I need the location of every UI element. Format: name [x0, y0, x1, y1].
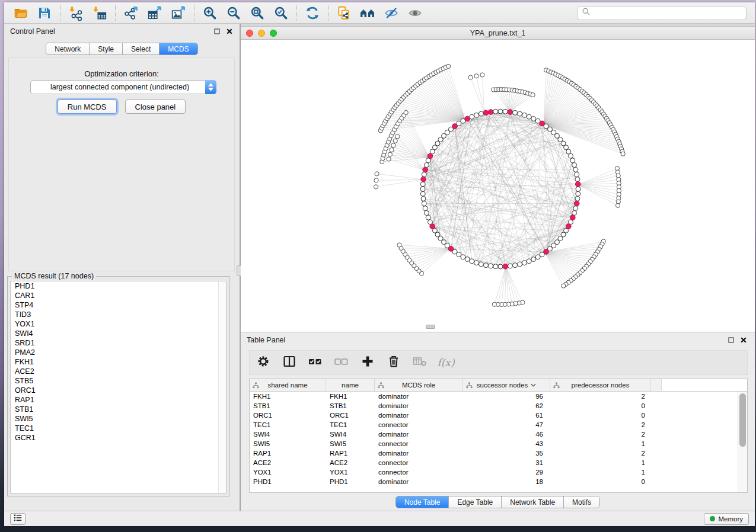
- network-node[interactable]: [621, 152, 625, 156]
- network-node[interactable]: [468, 75, 473, 79]
- list-item[interactable]: PMA2: [11, 348, 226, 357]
- search-field[interactable]: [577, 6, 747, 20]
- network-hub-node[interactable]: [483, 110, 489, 116]
- first-neighbors-button[interactable]: [356, 4, 379, 22]
- network-hub-node[interactable]: [503, 264, 508, 269]
- mcds-result-list[interactable]: PHD1CAR1STP4TID3YOX1SWI4SRD1PMA2FKH1ACE2…: [10, 281, 227, 493]
- table-row[interactable]: PHD1PHD1dominator180: [250, 477, 747, 486]
- table-row[interactable]: SWI4SWI4dominator462: [250, 430, 747, 439]
- network-node[interactable]: [535, 255, 540, 259]
- run-mcds-button[interactable]: Run MCDS: [58, 100, 117, 114]
- network-node[interactable]: [423, 206, 428, 211]
- tab-select[interactable]: Select: [123, 43, 160, 55]
- network-node[interactable]: [426, 215, 430, 220]
- network-node[interactable]: [531, 116, 536, 121]
- network-node[interactable]: [522, 113, 527, 117]
- list-item[interactable]: STB1: [11, 405, 226, 414]
- network-node[interactable]: [518, 111, 522, 116]
- list-item[interactable]: GCR1: [11, 433, 226, 443]
- network-node[interactable]: [430, 149, 435, 154]
- network-node[interactable]: [421, 196, 426, 201]
- zoom-out-button[interactable]: [222, 4, 245, 22]
- network-node[interactable]: [503, 109, 508, 114]
- network-node[interactable]: [474, 261, 479, 265]
- save-session-button[interactable]: [33, 4, 56, 22]
- table-row[interactable]: STB1STB1dominator620: [250, 401, 747, 411]
- network-node[interactable]: [404, 110, 408, 114]
- network-node[interactable]: [479, 262, 483, 267]
- network-node[interactable]: [498, 264, 503, 269]
- list-item[interactable]: RAP1: [11, 395, 226, 405]
- list-item[interactable]: SWI4: [11, 329, 226, 338]
- network-node[interactable]: [428, 220, 432, 225]
- network-hub-node[interactable]: [575, 181, 580, 187]
- network-node[interactable]: [540, 252, 544, 257]
- network-node[interactable]: [374, 185, 378, 189]
- list-item[interactable]: ORC1: [11, 386, 226, 395]
- network-node[interactable]: [393, 139, 397, 143]
- network-node[interactable]: [518, 262, 522, 267]
- network-canvas[interactable]: [241, 40, 755, 332]
- deselect-all-button[interactable]: [333, 354, 350, 371]
- network-window-titlebar[interactable]: YPA_prune.txt_1: [241, 27, 755, 40]
- network-node[interactable]: [513, 110, 518, 115]
- network-node[interactable]: [527, 114, 531, 119]
- network-node[interactable]: [573, 167, 578, 172]
- delete-column-button[interactable]: [385, 354, 403, 371]
- network-hub-node[interactable]: [465, 116, 470, 121]
- select-all-button[interactable]: [307, 354, 324, 371]
- column-header-name[interactable]: name: [326, 379, 375, 391]
- close-panel-button[interactable]: Close panel: [125, 100, 186, 114]
- list-item[interactable]: ACE2: [11, 367, 226, 376]
- float-panel-icon[interactable]: [728, 335, 734, 345]
- table-scrollbar-thumb[interactable]: [739, 393, 746, 447]
- tab-network[interactable]: Network: [46, 43, 90, 55]
- list-item[interactable]: SWI5: [11, 414, 226, 424]
- close-panel-icon[interactable]: [741, 335, 747, 345]
- column-header-successor-nodes[interactable]: successor nodes: [463, 379, 550, 391]
- network-node[interactable]: [420, 191, 425, 196]
- export-network-button[interactable]: [119, 4, 143, 22]
- network-node[interactable]: [575, 196, 580, 201]
- network-node[interactable]: [576, 187, 580, 191]
- list-item[interactable]: SRD1: [11, 338, 226, 348]
- list-item[interactable]: CAR1: [11, 291, 226, 300]
- network-node[interactable]: [483, 263, 488, 268]
- network-node[interactable]: [573, 206, 578, 211]
- column-header-MCDS-role[interactable]: MCDS role: [375, 379, 463, 391]
- network-node[interactable]: [422, 172, 426, 177]
- network-node[interactable]: [493, 264, 498, 269]
- network-node[interactable]: [522, 261, 527, 265]
- network-hub-node[interactable]: [574, 201, 579, 206]
- list-item[interactable]: TEC1: [11, 424, 226, 433]
- tab-style[interactable]: Style: [90, 43, 123, 55]
- network-node[interactable]: [513, 263, 518, 268]
- table-row[interactable]: FKH1FKH1dominator962: [250, 392, 747, 401]
- network-node[interactable]: [479, 111, 483, 116]
- network-node[interactable]: [562, 284, 566, 288]
- column-header-shared-name[interactable]: shared name: [250, 379, 326, 391]
- network-node[interactable]: [498, 109, 503, 114]
- list-item[interactable]: TID3: [11, 310, 226, 319]
- import-network-button[interactable]: [64, 4, 88, 22]
- memory-button[interactable]: Memory: [704, 513, 749, 525]
- open-file-button[interactable]: [9, 4, 33, 22]
- network-node[interactable]: [493, 109, 498, 114]
- canvas-scrollbar-thumb[interactable]: [426, 325, 435, 329]
- show-columns-button[interactable]: [280, 354, 298, 371]
- list-item[interactable]: STP4: [11, 300, 226, 310]
- network-node[interactable]: [461, 255, 465, 259]
- zoom-fit-button[interactable]: [245, 4, 269, 22]
- network-node[interactable]: [446, 64, 450, 68]
- network-node[interactable]: [480, 73, 484, 77]
- network-node[interactable]: [457, 121, 461, 126]
- table-row[interactable]: ACE2ACE2connector311: [250, 458, 747, 467]
- list-scrollbar[interactable]: [218, 281, 226, 493]
- network-node[interactable]: [492, 302, 496, 306]
- table-row[interactable]: TEC1TEC1connector472: [250, 420, 747, 430]
- network-node[interactable]: [470, 114, 474, 119]
- network-node[interactable]: [474, 74, 479, 78]
- network-node[interactable]: [570, 158, 575, 163]
- import-table-button[interactable]: [88, 4, 111, 22]
- network-hub-node[interactable]: [423, 167, 428, 172]
